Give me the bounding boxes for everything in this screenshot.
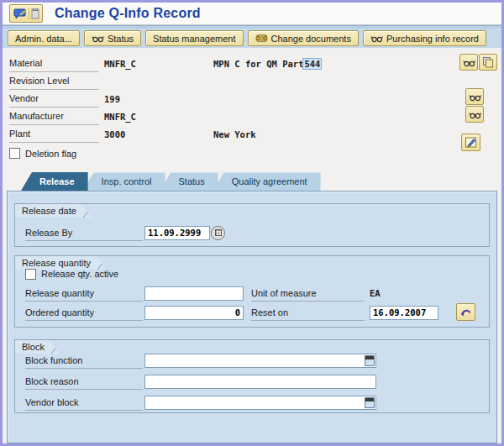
change-documents-label: Change documents [271,34,351,44]
header-fields-area: Material MNFR_C MPN C for QM Part544 Rev… [3,50,501,168]
tab-release[interactable]: Release [21,172,88,191]
unit-of-measure-value: EA [370,288,381,298]
block-reason-row: Block reason [25,373,376,390]
copy-icon [482,56,494,68]
release-qty-active-row: Release qty. active [25,266,118,281]
material-description-text: MPN C for QM Part [213,59,303,69]
material-row: Material MNFR_C MPN C for QM Part544 [9,55,501,72]
deletion-flag-row: Deletion flag [9,144,501,162]
admin-data-label: Admin. data... [15,34,72,44]
tab-status-label: Status [179,176,205,186]
reset-on-label: Reset on [251,304,365,321]
revision-level-row: Revision Level [9,72,501,90]
material-label: Material [9,55,99,72]
release-qty-active-label: Release qty. active [41,269,118,279]
block-reason-label: Block reason [25,373,143,390]
block-function-row: Block function [25,352,376,369]
manufacturer-value: MNFR_C [104,112,213,122]
release-tab-panel: Release date Release By Release quantity… [7,191,497,443]
glasses-icon [463,58,475,67]
calendar-grid-icon [215,229,222,236]
display-manufacturer-button[interactable] [465,106,484,123]
scroll-icon [255,33,268,44]
release-by-label: Release By [25,224,143,241]
block-function-input[interactable] [144,354,376,368]
tab-release-label: Release [39,176,75,186]
change-documents-button[interactable]: Change documents [248,30,359,46]
revision-level-label: Revision Level [9,72,99,90]
deletion-flag-checkbox[interactable] [9,148,20,159]
status-button[interactable]: Status [84,30,141,46]
edit-note-button[interactable] [461,134,480,151]
manufacturer-row: Manufacturer MNFR_C [9,108,501,125]
glasses-icon [469,110,481,119]
plant-label: Plant [9,125,99,143]
block-function-label: Block function [25,352,143,369]
purchasing-info-record-button[interactable]: Purchasing info record [363,30,486,46]
release-quantity-group: Release quantity Release qty. active Rel… [14,255,490,328]
unit-of-measure-label: Unit of measure [251,285,365,302]
release-qty-active-checkbox[interactable] [25,269,36,280]
vendor-value: 199 [104,94,213,104]
vendor-block-label: Vendor block [25,394,143,411]
status-management-label: Status management [153,34,235,44]
manufacturer-label: Manufacturer [9,108,99,125]
page-title: Change Q-Info Record [55,6,201,21]
status-management-button[interactable]: Status management [145,30,243,46]
dropdown-icon[interactable] [365,355,375,366]
vendor-block-row: Vendor block [25,394,376,411]
display-material-button[interactable] [459,54,478,71]
tab-quality-agreement-label: Quality agreement [232,176,307,186]
plant-value: 3000 [104,129,213,139]
release-by-row: Release By [25,224,225,241]
plant-description: New York [213,129,256,139]
undo-arrow-icon [459,307,472,317]
release-by-input[interactable] [144,226,210,240]
material-description-highlight: 544 [303,59,321,69]
display-vendor-button[interactable] [465,88,484,105]
vendor-label: Vendor [9,90,99,108]
release-quantity-row: Release quantity Unit of measure EA [25,285,381,302]
vendor-block-input [144,396,376,410]
title-bar: Change Q-Info Record [3,3,501,25]
reset-on-input[interactable] [370,306,438,320]
release-quantity-input[interactable] [144,286,244,301]
date-picker-icon[interactable] [211,226,225,240]
tab-quality-agreement[interactable]: Quality agreement [213,172,321,191]
block-reason-input[interactable] [144,375,376,389]
edit-note-icon [465,136,477,149]
tab-insp-control[interactable]: Insp. control [83,172,165,191]
material-value: MNFR_C [104,59,213,69]
vendor-row: Vendor 199 [9,90,501,108]
page-icon [31,8,39,19]
tab-strip: Release Insp. control Status Quality agr… [3,168,501,191]
copy-button[interactable] [479,54,497,71]
deletion-flag-label: Deletion flag [25,149,76,159]
material-description: MPN C for QM Part544 [213,59,321,69]
ordered-quantity-row: Ordered quantity Reset on [25,304,438,321]
tab-status[interactable]: Status [160,172,218,191]
glasses-icon [370,34,383,43]
dropdown-icon[interactable] [365,397,375,408]
glasses-icon [92,34,104,43]
release-date-group: Release date Release By [14,203,490,247]
release-date-group-label: Release date [14,203,92,218]
block-group: Block Block function Block reason Vendor… [14,339,490,413]
glasses-icon [469,92,481,102]
ordered-quantity-input [144,306,244,320]
application-toolbar: Admin. data... Status Status management … [3,29,501,50]
title-icon-button[interactable] [9,4,43,23]
admin-data-button[interactable]: Admin. data... [8,30,80,46]
reset-quantity-button[interactable] [456,303,475,321]
speech-bubble-icon [13,8,27,19]
purchasing-info-record-label: Purchasing info record [386,34,479,44]
tab-insp-control-label: Insp. control [102,176,152,186]
icon-divider [29,8,29,19]
ordered-quantity-label: Ordered quantity [25,304,143,321]
sap-window: Change Q-Info Record Admin. data... Stat… [0,0,504,446]
status-label: Status [108,34,134,44]
plant-row: Plant 3000 New York [9,125,501,143]
release-quantity-label: Release quantity [25,285,143,302]
